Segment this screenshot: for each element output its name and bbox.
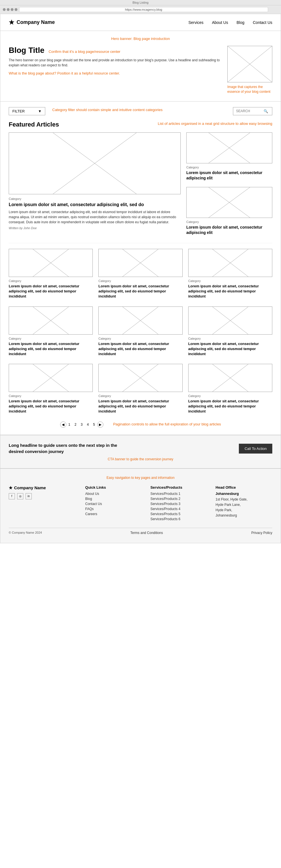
grid-1-1-svg: [9, 249, 92, 277]
page-2[interactable]: 2: [72, 422, 79, 428]
grid-1-3-title: Lorem ipsum dolor sit amet, consectetur …: [188, 284, 272, 299]
main-content: Hero banner: Blog page introduction Blog…: [0, 31, 281, 543]
featured-main-article: Category Lorem ipsum dolor sit amet, con…: [9, 132, 181, 237]
nav-services[interactable]: Services: [188, 20, 204, 25]
footer-bottom: © Company Name 2024 Terms and Conditions…: [9, 528, 272, 536]
page-1[interactable]: 1: [66, 422, 72, 428]
page-3[interactable]: 3: [79, 422, 85, 428]
grid-2-3-image: [188, 307, 272, 335]
nav-about[interactable]: About Us: [212, 20, 228, 25]
footer-link-contact[interactable]: Contact Us: [85, 502, 142, 506]
nav-contact[interactable]: Contact Us: [253, 20, 272, 25]
footer-link-faqs[interactable]: FAQs: [85, 507, 142, 511]
grid-article-1-1: Category Lorem ipsum dolor sit amet, con…: [9, 249, 93, 301]
grid-row-2: Category Lorem ipsum dolor sit amet, con…: [9, 307, 272, 359]
footer-link-careers[interactable]: Careers: [85, 512, 142, 516]
hero-image-caption: Image that captures the essence of your …: [227, 85, 272, 94]
featured-image-svg: [9, 133, 180, 194]
hero-description: The hero banner on your blog page should…: [9, 58, 222, 68]
grid-2-2-title: Lorem ipsum dolor sit amet, consectetur …: [98, 341, 182, 357]
blog-title: Blog Title: [9, 46, 44, 55]
grid-3-1-image: [9, 364, 93, 392]
footer-service-6[interactable]: Services/Products 6: [150, 517, 207, 521]
footer-service-3[interactable]: Services/Products 3: [150, 502, 207, 506]
featured-title: Featured Articles: [9, 121, 140, 128]
sidebar-image-1-svg: [187, 133, 272, 163]
featured-article: Category Lorem ipsum dolor sit amet, con…: [9, 132, 272, 243]
grid-2-3-title: Lorem ipsum dolor sit amet, consectetur …: [188, 341, 272, 357]
sidebar-article-1-title: Lorem ipsum dolor sit amet, consectetur …: [186, 170, 272, 181]
hero-content: Blog Title Confirm that it's a blog page…: [9, 46, 272, 94]
cta-headline: Long headline to guide users onto the ne…: [9, 442, 121, 455]
pagination-wrapper: ◀ 1 2 3 4 5 ▶ Pagination controls to all…: [9, 422, 272, 428]
grid-article-3-3: Category Lorem ipsum dolor sit amet, con…: [188, 364, 272, 416]
footer-service-2[interactable]: Services/Products 2: [150, 497, 207, 501]
search-box[interactable]: 🔍: [233, 107, 272, 115]
browser-dot-3: [11, 8, 13, 11]
grid-article-1-2: Category Lorem ipsum dolor sit amet, con…: [98, 249, 182, 301]
filter-note: Category filter should contain simple an…: [52, 107, 229, 113]
browser-dot-2: [7, 8, 9, 11]
cta-button[interactable]: Call To Action: [239, 444, 272, 454]
footer-link-blog[interactable]: Blog: [85, 497, 142, 501]
grid-3-1-title: Lorem ipsum dolor sit amet, consectetur …: [9, 399, 93, 414]
grid-1-2-image: [98, 249, 182, 277]
grid-article-2-3: Category Lorem ipsum dolor sit amet, con…: [188, 307, 272, 359]
footer-socials: f ◎ in: [9, 493, 77, 499]
footer: Easy navigation to key pages and informa…: [0, 468, 281, 543]
footer-brand: ★ Company Name f ◎ in: [9, 485, 77, 522]
page-5[interactable]: 5: [91, 422, 97, 428]
hero-title-row: Blog Title Confirm that it's a blog page…: [9, 46, 222, 55]
blog-section: FILTER ▼ Category filter should contain …: [0, 101, 281, 435]
browser-dot-1: [3, 8, 6, 11]
social-facebook-icon[interactable]: f: [9, 493, 15, 499]
grid-1-3-image: [188, 249, 272, 277]
filter-select[interactable]: FILTER ▼: [9, 107, 45, 115]
pagination-next[interactable]: ▶: [97, 422, 103, 428]
hero-image-svg: [228, 46, 272, 82]
grid-3-2-category: Category: [98, 394, 182, 398]
grid-2-2-category: Category: [98, 337, 182, 340]
footer-content: ★ Company Name f ◎ in Quick Links About …: [9, 485, 272, 522]
grid-row-3: Category Lorem ipsum dolor sit amet, con…: [9, 364, 272, 416]
grid-article-3-1: Category Lorem ipsum dolor sit amet, con…: [9, 364, 93, 416]
grid-article-2-1: Category Lorem ipsum dolor sit amet, con…: [9, 307, 93, 359]
footer-link-about[interactable]: About Us: [85, 492, 142, 496]
grid-2-2-svg: [99, 307, 182, 334]
footer-service-1[interactable]: Services/Products 1: [150, 492, 207, 496]
footer-privacy[interactable]: Privacy Policy: [251, 531, 272, 535]
company-name: Company Name: [17, 20, 55, 25]
grid-3-2-title: Lorem ipsum dolor sit amet, consectetur …: [98, 399, 182, 414]
grid-3-2-svg: [99, 364, 182, 392]
featured-sidebar: Category Lorem ipsum dolor sit amet, con…: [186, 132, 272, 237]
sidebar-article-1: Category Lorem ipsum dolor sit amet, con…: [186, 132, 272, 183]
footer-quick-links: Quick Links About Us Blog Contact Us FAQ…: [85, 485, 142, 522]
pagination-prev[interactable]: ◀: [60, 422, 66, 428]
featured-header: Featured Articles List of articles organ…: [9, 121, 272, 128]
grid-2-2-image: [98, 307, 182, 335]
nav-blog[interactable]: Blog: [237, 20, 245, 25]
footer-terms[interactable]: Terms and Conditions: [130, 531, 163, 535]
grid-2-3-category: Category: [188, 337, 272, 340]
footer-star-icon: ★: [9, 485, 12, 490]
grid-1-2-category: Category: [98, 279, 182, 283]
cta-banner: Long headline to guide users onto the ne…: [0, 435, 281, 468]
social-instagram-icon[interactable]: ◎: [17, 493, 23, 499]
social-linkedin-icon[interactable]: in: [26, 493, 32, 499]
search-icon: 🔍: [263, 109, 268, 113]
grid-1-1-category: Category: [9, 279, 93, 283]
grid-2-1-image: [9, 307, 93, 335]
footer-address: 1st Floor, Hyde Gate, Hyde Park Lane, Hy…: [216, 497, 272, 519]
grid-article-3-2: Category Lorem ipsum dolor sit amet, con…: [98, 364, 182, 416]
footer-label: Easy navigation to key pages and informa…: [9, 476, 272, 480]
grid-3-3-title: Lorem ipsum dolor sit amet, consectetur …: [188, 399, 272, 414]
footer-service-4[interactable]: Services/Products 4: [150, 507, 207, 511]
hero-image-placeholder: [227, 46, 272, 82]
page-4[interactable]: 4: [85, 422, 91, 428]
filter-chevron-icon: ▼: [38, 109, 41, 113]
footer-service-5[interactable]: Services/Products 5: [150, 512, 207, 516]
pagination: ◀ 1 2 3 4 5 ▶: [60, 422, 103, 428]
sidebar-article-1-image: [186, 132, 272, 163]
search-input[interactable]: [236, 109, 261, 113]
browser-url[interactable]: https://www.mcagency.blog: [19, 7, 268, 12]
